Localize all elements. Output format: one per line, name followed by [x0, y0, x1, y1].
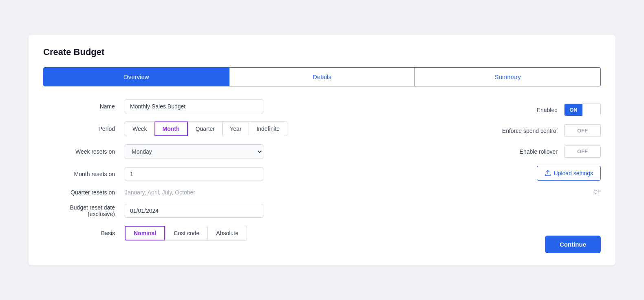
enabled-label: Enabled: [537, 107, 558, 113]
basis-label: Basis: [43, 230, 125, 236]
quarter-resets-row: Quarter resets on January, April, July, …: [43, 189, 446, 196]
period-week[interactable]: Week: [125, 121, 154, 136]
name-input[interactable]: [125, 99, 263, 113]
enabled-off-part[interactable]: [582, 104, 600, 116]
month-resets-row: Month resets on: [43, 167, 446, 181]
week-resets-label: Week resets on: [43, 148, 125, 155]
period-indefinite[interactable]: Indefinite: [249, 121, 287, 136]
tab-details[interactable]: Details: [229, 68, 415, 86]
enforce-toggle[interactable]: OFF: [564, 124, 601, 137]
off-text: OF: [593, 189, 601, 195]
of-row: OF: [462, 189, 601, 195]
tab-bar: Overview Details Summary: [43, 67, 601, 86]
rollover-label: Enable rollover: [520, 148, 558, 155]
basis-costcode[interactable]: Cost code: [165, 226, 207, 240]
upload-settings-button[interactable]: Upload settings: [537, 166, 601, 181]
enabled-toggle[interactable]: ON: [564, 104, 601, 116]
period-month[interactable]: Month: [154, 121, 188, 136]
month-resets-label: Month resets on: [43, 171, 125, 177]
period-quarter[interactable]: Quarter: [188, 121, 222, 136]
reset-date-label: Budget reset date(exclusive): [43, 204, 125, 217]
reset-date-input[interactable]: [125, 204, 263, 218]
rollover-off[interactable]: OFF: [565, 146, 600, 157]
period-year[interactable]: Year: [222, 121, 249, 136]
period-group: Week Month Quarter Year Indefinite: [125, 121, 287, 136]
form-left: Name Period Week Month Quarter Year Inde…: [43, 99, 446, 253]
form-body: Name Period Week Month Quarter Year Inde…: [43, 99, 601, 253]
name-label: Name: [43, 103, 125, 110]
tab-summary[interactable]: Summary: [415, 68, 600, 86]
continue-row: Continue: [462, 203, 601, 253]
name-row: Name: [43, 99, 446, 113]
enabled-row: Enabled ON: [462, 104, 601, 116]
create-budget-card: Create Budget Overview Details Summary N…: [29, 35, 615, 265]
reset-date-row: Budget reset date(exclusive): [43, 204, 446, 218]
upload-icon: [545, 170, 551, 176]
enforce-label: Enforce spend control: [502, 128, 558, 134]
basis-nominal[interactable]: Nominal: [125, 226, 165, 240]
enforce-off[interactable]: OFF: [565, 125, 600, 137]
form-right: Enabled ON Enforce spend control OFF Ena…: [462, 99, 601, 253]
period-row: Period Week Month Quarter Year Indefinit…: [43, 121, 446, 136]
basis-row: Basis Nominal Cost code Absolute: [43, 226, 446, 240]
quarter-resets-label: Quarter resets on: [43, 189, 125, 196]
quarter-resets-placeholder: January, April, July, October: [125, 189, 195, 196]
rollover-toggle[interactable]: OFF: [564, 145, 601, 158]
page-title: Create Budget: [43, 47, 601, 57]
continue-button[interactable]: Continue: [545, 236, 601, 253]
basis-group: Nominal Cost code Absolute: [125, 226, 247, 240]
tab-overview[interactable]: Overview: [44, 68, 229, 86]
week-resets-row: Week resets on Monday Tuesday Wednesday …: [43, 144, 446, 159]
upload-row: Upload settings: [462, 166, 601, 181]
week-resets-select[interactable]: Monday Tuesday Wednesday Thursday Friday…: [125, 144, 263, 159]
rollover-row: Enable rollover OFF: [462, 145, 601, 158]
basis-absolute[interactable]: Absolute: [207, 226, 247, 240]
enforce-row: Enforce spend control OFF: [462, 124, 601, 137]
enabled-on[interactable]: ON: [565, 104, 582, 116]
month-resets-input[interactable]: [125, 167, 263, 181]
period-label: Period: [43, 126, 125, 132]
upload-label: Upload settings: [554, 170, 593, 176]
